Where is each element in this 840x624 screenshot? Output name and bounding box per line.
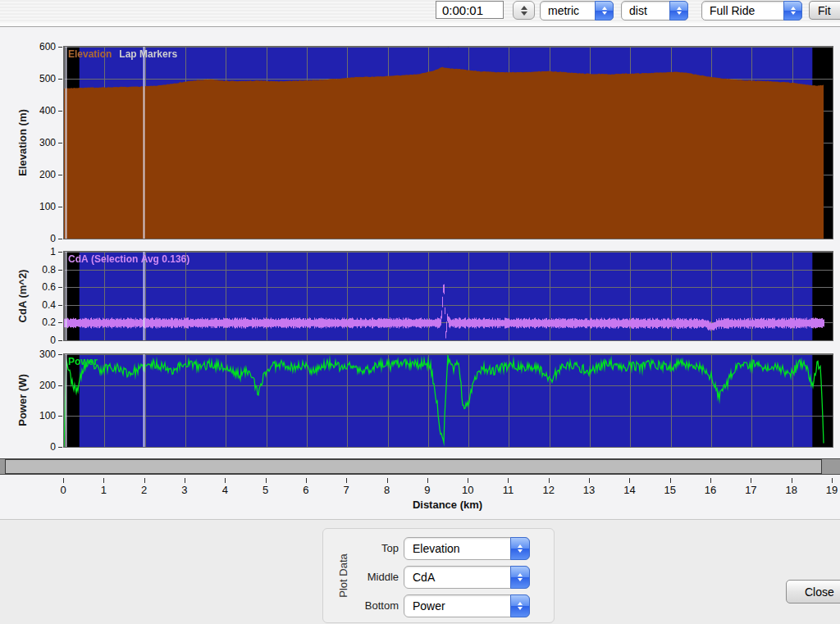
fit-button[interactable]: Fit [809, 1, 840, 20]
x-tick-mark [387, 478, 388, 483]
range-select-value: Full Ride [710, 4, 755, 17]
x-tick-label: 10 [456, 484, 479, 496]
y-tick-label: 1 [50, 246, 56, 257]
middle-plot-select[interactable]: CdA [404, 566, 530, 589]
y-tick-mark [58, 416, 62, 417]
y-tick-mark [58, 143, 62, 143]
x-tick-label: 3 [173, 484, 196, 496]
x-tick-mark [832, 478, 833, 483]
y-tick-mark [58, 111, 62, 112]
y-tick-mark [58, 385, 62, 386]
bottom-plot-select[interactable]: Power [404, 594, 530, 617]
range-select[interactable]: Full Ride [701, 1, 802, 20]
y-tick-label: 100 [39, 410, 56, 421]
x-tick-mark [63, 478, 64, 483]
y-tick-mark [58, 47, 62, 48]
x-tick-mark [508, 478, 509, 483]
combo-arrows-icon [510, 594, 530, 617]
cda-y-axis: 00.20.40.60.81 [0, 252, 62, 340]
top-plot-select-value: Elevation [413, 542, 460, 555]
x-tick-label: 8 [376, 484, 399, 496]
cda-plot[interactable] [63, 251, 833, 341]
bottom-plot-label: Bottom [348, 599, 399, 612]
y-tick-label: 0 [50, 233, 56, 244]
combo-arrows-icon [669, 1, 688, 20]
y-tick-mark [58, 252, 62, 253]
x-tick-label: 13 [578, 484, 600, 496]
y-tick-label: 400 [39, 105, 56, 116]
y-tick-mark [58, 287, 62, 288]
combo-arrows-icon [510, 566, 530, 589]
x-axis-title: Distance (km) [63, 499, 832, 511]
y-tick-mark [58, 239, 62, 239]
y-tick-mark [58, 270, 62, 271]
x-tick-mark [144, 478, 145, 483]
y-tick-label: 600 [39, 41, 56, 52]
top-plot-select[interactable]: Elevation [404, 537, 530, 560]
x-tick-mark [670, 478, 671, 483]
middle-plot-select-value: CdA [413, 571, 435, 584]
power-y-axis: 0100200300 [0, 354, 62, 447]
elevation-plot[interactable] [63, 46, 833, 239]
time-input[interactable] [436, 1, 504, 19]
y-tick-label: 500 [39, 73, 56, 84]
y-tick-mark [58, 340, 62, 341]
aerolab-window: metric dist Full Ride Fit Elevation (m) … [0, 0, 840, 624]
y-tick-label: 300 [39, 348, 56, 360]
bottom-panel: Plot Data Top Elevation Middle CdA Botto… [0, 519, 840, 624]
x-tick-label: 6 [294, 484, 317, 496]
elevation-y-axis: 0100200300400500600 [0, 47, 62, 239]
x-tick-mark [549, 478, 550, 483]
y-tick-label: 200 [39, 380, 56, 391]
toolbar: metric dist Full Ride Fit [0, 0, 840, 27]
xaxis-mode-select[interactable]: dist [621, 1, 688, 20]
x-tick-label: 1 [92, 484, 115, 496]
y-tick-mark [58, 305, 62, 306]
y-tick-mark [58, 447, 62, 448]
x-tick-mark [468, 478, 468, 483]
y-tick-label: 0.4 [42, 299, 56, 311]
x-tick-label: 16 [699, 484, 722, 496]
stepper-up-icon [521, 6, 527, 10]
x-tick-label: 19 [820, 484, 840, 496]
x-tick-label: 15 [659, 484, 682, 496]
x-tick-mark [225, 478, 226, 483]
x-tick-mark [792, 478, 792, 483]
x-tick-mark [751, 478, 751, 483]
time-stepper[interactable] [513, 1, 535, 20]
y-tick-mark [58, 322, 62, 323]
combo-arrows-icon [595, 1, 614, 20]
x-tick-mark [710, 478, 711, 483]
x-tick-mark [589, 478, 590, 483]
middle-plot-label: Middle [348, 571, 399, 583]
y-tick-label: 0.6 [42, 281, 56, 293]
x-tick-mark [306, 478, 307, 483]
x-tick-label: 9 [416, 484, 439, 496]
x-tick-label: 18 [780, 484, 803, 496]
y-tick-mark [58, 79, 62, 80]
y-tick-mark [58, 354, 62, 355]
combo-arrows-icon [510, 537, 530, 560]
x-tick-mark [103, 478, 104, 483]
x-tick-label: 5 [254, 484, 277, 496]
x-tick-label: 0 [52, 484, 75, 496]
y-tick-label: 0 [50, 441, 56, 453]
xaxis-mode-value: dist [629, 4, 647, 17]
stepper-down-icon [521, 11, 527, 16]
combo-arrows-icon [783, 1, 802, 20]
x-tick-mark [629, 478, 630, 483]
x-tick-label: 2 [133, 484, 156, 496]
y-tick-label: 200 [39, 169, 56, 180]
y-tick-label: 300 [39, 137, 56, 148]
bottom-plot-select-value: Power [413, 599, 445, 613]
x-axis: 012345678910111213141516171819 [63, 477, 832, 499]
y-tick-label: 0.8 [42, 264, 56, 276]
horizontal-scrollbar-track[interactable] [0, 458, 840, 475]
close-button[interactable]: Close [786, 580, 840, 604]
power-plot[interactable] [63, 353, 833, 448]
x-tick-label: 7 [335, 484, 358, 496]
unit-select[interactable]: metric [540, 1, 614, 20]
y-tick-label: 0.2 [42, 317, 56, 328]
y-tick-label: 100 [39, 201, 56, 212]
horizontal-scrollbar-thumb[interactable] [5, 459, 822, 474]
